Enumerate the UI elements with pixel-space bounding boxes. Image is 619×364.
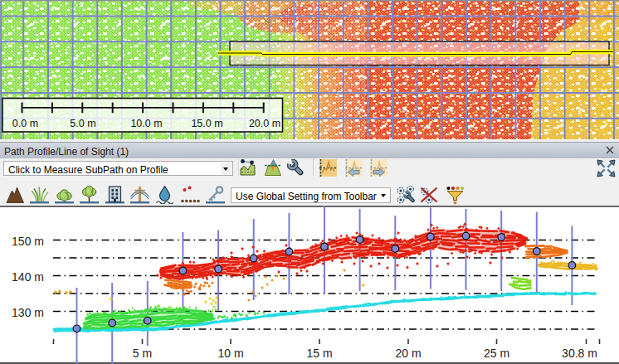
svg-text:20.0 m: 20.0 m	[249, 118, 280, 129]
svg-text:150 m: 150 m	[12, 235, 44, 248]
svg-text:130 m: 130 m	[12, 306, 44, 319]
svg-text:140 m: 140 m	[12, 270, 44, 284]
svg-text:15.0 m: 15.0 m	[191, 118, 222, 129]
svg-text:10 m: 10 m	[217, 347, 243, 360]
svg-text:5.0 m: 5.0 m	[70, 118, 95, 129]
svg-text:30.8 m: 30.8 m	[562, 347, 597, 360]
svg-text:0.0 m: 0.0 m	[12, 118, 38, 129]
svg-text:5 m: 5 m	[133, 347, 152, 360]
svg-text:25 m: 25 m	[484, 347, 509, 360]
svg-text:10.0 m: 10.0 m	[130, 118, 162, 129]
svg-text:15 m: 15 m	[306, 347, 332, 360]
svg-text:20 m: 20 m	[395, 347, 421, 360]
